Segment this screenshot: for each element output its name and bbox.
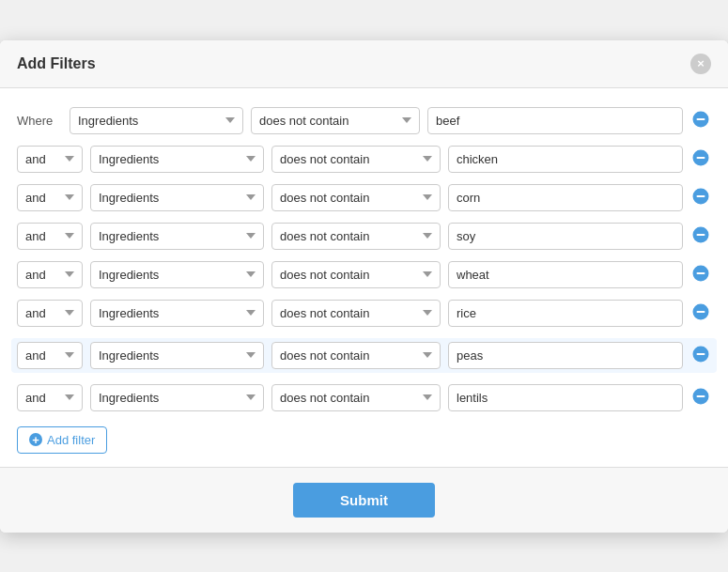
remove-filter-button[interactable] [690,111,711,131]
value-input[interactable] [427,107,683,134]
remove-filter-button[interactable] [690,388,711,408]
field-select[interactable]: IngredientsCategoryNameTags [90,184,264,211]
value-input[interactable] [448,384,683,411]
condition-select[interactable]: does not containcontainsequalsdoes not e… [271,342,441,369]
add-filters-modal: Add Filters × WhereIngredientsCategoryNa… [0,40,728,533]
conjunction-select[interactable]: andor [17,261,83,288]
add-filter-label: Add filter [47,433,95,447]
minus-circle-icon [692,188,709,205]
filter-row: andorIngredientsCategoryNameTagsdoes not… [17,223,711,250]
modal-title: Add Filters [17,55,96,72]
plus-icon: + [29,433,42,446]
filter-row: andorIngredientsCategoryNameTagsdoes not… [17,146,711,173]
add-filter-row: +Add filter [17,423,711,457]
conjunction-select[interactable]: andor [17,342,83,369]
svg-rect-13 [697,353,705,355]
condition-select[interactable]: does not containcontainsequalsdoes not e… [271,261,441,288]
condition-select[interactable]: does not containcontainsequalsdoes not e… [271,184,441,211]
condition-select[interactable]: does not containcontainsequalsdoes not e… [271,300,441,327]
field-select[interactable]: IngredientsCategoryNameTags [90,261,264,288]
minus-circle-icon [692,388,709,405]
filter-row: andorIngredientsCategoryNameTagsdoes not… [11,338,717,373]
value-input[interactable] [448,300,683,327]
remove-filter-button[interactable] [690,303,711,323]
remove-filter-button[interactable] [690,346,711,365]
svg-rect-1 [697,118,705,120]
value-input[interactable] [448,261,683,288]
filter-row: andorIngredientsCategoryNameTagsdoes not… [17,184,711,211]
conjunction-select[interactable]: andor [17,146,83,173]
add-filter-button[interactable]: +Add filter [17,426,107,454]
field-select[interactable]: IngredientsCategoryNameTags [90,342,264,369]
value-input[interactable] [448,184,683,211]
remove-filter-button[interactable] [690,226,711,246]
value-input[interactable] [448,146,683,173]
field-select[interactable]: IngredientsCategoryNameTags [90,146,264,173]
value-input[interactable] [448,342,683,369]
close-button[interactable]: × [690,54,711,74]
condition-select[interactable]: does not containcontainsequalsdoes not e… [251,107,420,134]
modal-footer: Submit [0,467,728,533]
remove-filter-button[interactable] [690,149,711,169]
field-select[interactable]: IngredientsCategoryNameTags [90,384,264,411]
filter-row: andorIngredientsCategoryNameTagsdoes not… [17,384,711,411]
modal-header: Add Filters × [0,40,728,88]
modal-body: WhereIngredientsCategoryNameTagsdoes not… [0,88,728,467]
conjunction-select[interactable]: andor [17,184,83,211]
minus-circle-icon [692,265,709,282]
filter-row: andorIngredientsCategoryNameTagsdoes not… [17,261,711,288]
field-select[interactable]: IngredientsCategoryNameTags [90,223,264,250]
svg-rect-7 [697,234,705,236]
svg-rect-5 [697,195,705,197]
filter-row: WhereIngredientsCategoryNameTagsdoes not… [17,107,711,134]
conjunction-select[interactable]: andor [17,300,83,327]
filter-row: andorIngredientsCategoryNameTagsdoes not… [17,300,711,327]
svg-rect-15 [697,395,705,397]
field-select[interactable]: IngredientsCategoryNameTags [70,107,243,134]
svg-rect-9 [697,272,705,274]
conjunction-select[interactable]: andor [17,384,83,411]
minus-circle-icon [692,346,709,363]
conjunction-select[interactable]: andor [17,223,83,250]
condition-select[interactable]: does not containcontainsequalsdoes not e… [271,384,441,411]
value-input[interactable] [448,223,683,250]
submit-button[interactable]: Submit [293,483,435,518]
remove-filter-button[interactable] [690,188,711,208]
remove-filter-button[interactable] [690,265,711,285]
condition-select[interactable]: does not containcontainsequalsdoes not e… [271,146,441,173]
minus-circle-icon [692,303,709,320]
svg-rect-11 [697,311,705,313]
condition-select[interactable]: does not containcontainsequalsdoes not e… [271,223,441,250]
where-label: Where [17,114,62,128]
field-select[interactable]: IngredientsCategoryNameTags [90,300,264,327]
minus-circle-icon [692,149,709,166]
svg-rect-3 [697,157,705,159]
minus-circle-icon [692,226,709,243]
minus-circle-icon [692,111,709,128]
